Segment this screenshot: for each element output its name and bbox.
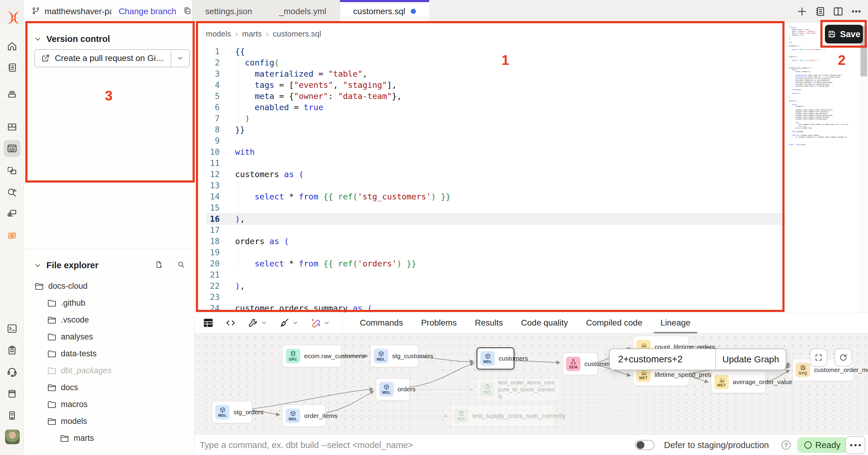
tree-item-dbt_packages[interactable]: dbt_packages: [24, 362, 194, 379]
new-file-icon[interactable]: [155, 261, 164, 271]
tree-item-docs[interactable]: docs: [24, 379, 194, 396]
tree-item-data-tests[interactable]: data-tests: [24, 345, 194, 362]
rail-item-dbt-copilot[interactable]: [4, 227, 21, 244]
chevron-down-icon[interactable]: [292, 319, 299, 326]
defer-toggle[interactable]: [635, 440, 654, 450]
lineage-node-order-items[interactable]: MDLorder_items: [282, 405, 326, 427]
code-line-14[interactable]: 14 select * from {{ ref('stg_customers')…: [194, 191, 868, 202]
rail-item-clipboard[interactable]: [4, 342, 21, 359]
breadcrumb-item[interactable]: models: [206, 29, 231, 39]
rail-item-support-headset[interactable]: [4, 363, 21, 380]
lineage-node-stg-orders[interactable]: MDLstg_orders: [212, 401, 252, 423]
code-line-1[interactable]: 1{{: [194, 46, 868, 57]
rail-item-organization[interactable]: [4, 407, 21, 424]
chevron-down-icon[interactable]: [171, 55, 189, 62]
build-wrench-icon[interactable]: [247, 317, 258, 328]
code-line-7[interactable]: 7 ): [194, 113, 868, 124]
code-line-13[interactable]: 13: [194, 180, 868, 191]
dbt-logo-icon[interactable]: [5, 10, 22, 27]
refresh-graph-button[interactable]: [835, 348, 852, 367]
fullscreen-button[interactable]: [810, 348, 827, 367]
rail-item-docs-book[interactable]: [4, 385, 21, 402]
tree-item-macros[interactable]: macros: [24, 396, 194, 413]
lineage-node-average-order-value[interactable]: METaverage_order_value: [711, 371, 766, 393]
tree-item-.github[interactable]: .github: [24, 294, 194, 311]
bottom-tab-problems[interactable]: Problems: [412, 312, 466, 333]
code-line-3[interactable]: 3 materialized = "table",: [194, 68, 868, 79]
code-line-18[interactable]: 18orders as (: [194, 236, 868, 247]
tree-item-marts[interactable]: marts: [24, 430, 194, 447]
code-line-4[interactable]: 4 tags = ["events", "staging"],: [194, 79, 868, 90]
avatar[interactable]: [5, 429, 20, 445]
preview-table-icon[interactable]: [203, 317, 214, 328]
chevron-down-icon[interactable]: [323, 319, 330, 326]
tree-item-analyses[interactable]: analyses: [24, 328, 194, 345]
copilot-wand-icon[interactable]: [310, 317, 321, 328]
code-line-22[interactable]: 22),: [194, 280, 868, 291]
rail-item-windows[interactable]: [4, 205, 21, 222]
update-graph-button[interactable]: Update Graph: [716, 349, 786, 370]
bottom-tab-lineage[interactable]: Lineage: [651, 312, 700, 333]
code-line-24[interactable]: 24customer_orders_summary as (: [194, 303, 868, 312]
create-pull-request-button[interactable]: Create a pull request on Gi…: [34, 49, 190, 67]
code-line-21[interactable]: 21: [194, 269, 868, 280]
lineage-node-test-supply-costs[interactable]: TSTtest_supply_costs_sum_correctly: [451, 405, 555, 427]
code-line-17[interactable]: 17: [194, 225, 868, 236]
bottom-tab-commands[interactable]: Commands: [351, 312, 412, 333]
editor-scrollbar[interactable]: [860, 23, 868, 312]
chevron-down-icon[interactable]: [261, 319, 267, 326]
notebook-list-icon[interactable]: [814, 6, 826, 17]
code-line-23[interactable]: 23: [194, 291, 868, 303]
format-broom-icon[interactable]: [279, 317, 290, 328]
lineage-node-test-order-items[interactable]: TSTtest_order_items_compute_to_bools_cor…: [476, 378, 560, 400]
rail-item-canvas[interactable]: [4, 162, 21, 179]
tree-item-.vscode[interactable]: .vscode: [24, 311, 194, 328]
plus-icon[interactable]: [796, 6, 808, 17]
change-branch-link[interactable]: Change branch: [119, 7, 176, 16]
tree-item-docs-cloud[interactable]: docs-cloud: [24, 278, 194, 294]
code-lines[interactable]: 1{{2 config(3 materialized = "table",4 t…: [194, 46, 868, 312]
rail-item-notebook[interactable]: [4, 59, 21, 76]
code-editor[interactable]: models›marts›customers.sql Save 1{{2 con…: [194, 23, 868, 312]
code-line-5[interactable]: 5 meta = {"owner": "data-team"},: [194, 90, 868, 102]
lineage-node-customers-sem[interactable]: SEMcustomers: [563, 353, 598, 375]
tree-item-models[interactable]: models: [24, 413, 194, 430]
search-icon[interactable]: [177, 261, 187, 271]
bottom-tab-compiled-code[interactable]: Compiled code: [577, 312, 651, 333]
command-input[interactable]: Type a command, ex. dbt build --select <…: [200, 435, 413, 455]
split-view-icon[interactable]: [832, 6, 844, 17]
bottom-tab-code-quality[interactable]: Code quality: [512, 312, 577, 333]
more-options-button[interactable]: [845, 436, 865, 454]
code-line-9[interactable]: 9: [194, 135, 868, 146]
breadcrumb-item[interactable]: customers.sql: [273, 29, 321, 39]
lineage-node-raw-customers[interactable]: SRCecom.raw_customers: [282, 345, 341, 367]
lineage-selector-input[interactable]: 2+customers+2: [610, 349, 715, 370]
help-icon[interactable]: ?: [781, 440, 790, 450]
rail-item-explore[interactable]: [4, 183, 21, 200]
rail-item-stack[interactable]: [4, 86, 21, 103]
ellipsis-icon[interactable]: [850, 6, 862, 17]
bottom-tab-results[interactable]: Results: [466, 312, 512, 333]
code-line-19[interactable]: 19: [194, 247, 868, 258]
code-line-11[interactable]: 11: [194, 158, 868, 169]
rail-item-terminal[interactable]: [4, 320, 21, 337]
code-line-8[interactable]: 8}}: [194, 124, 868, 135]
lineage-node-customers[interactable]: MDLcustomers: [476, 347, 515, 370]
code-line-15[interactable]: 15: [194, 202, 868, 213]
breadcrumb-item[interactable]: marts: [242, 29, 262, 39]
copy-icon[interactable]: [183, 6, 192, 17]
version-control-header[interactable]: Version control: [34, 34, 110, 44]
rail-item-home[interactable]: [4, 38, 21, 55]
lineage-node-orders[interactable]: MDLorders: [376, 378, 410, 400]
minimap[interactable]: {{ config( materialized = "table", tags …: [789, 25, 864, 236]
tab-settings.json[interactable]: settings.json: [192, 0, 266, 23]
code-line-20[interactable]: 20 select * from {{ ref('orders') }}: [194, 258, 868, 269]
code-line-12[interactable]: 12customers as (: [194, 169, 868, 180]
tab-customers.sql[interactable]: customers.sql: [340, 0, 429, 23]
code-line-16[interactable]: 16),: [194, 213, 868, 225]
file-explorer-header[interactable]: File explorer: [34, 260, 187, 271]
rail-item-dashboard[interactable]: [4, 119, 21, 136]
lineage-canvas[interactable]: SRCecom.raw_customersMDLstg_customersMDL…: [194, 333, 868, 434]
tab-_models.yml[interactable]: _models.yml: [266, 0, 340, 23]
rail-item-code-editor[interactable]: [4, 140, 21, 157]
